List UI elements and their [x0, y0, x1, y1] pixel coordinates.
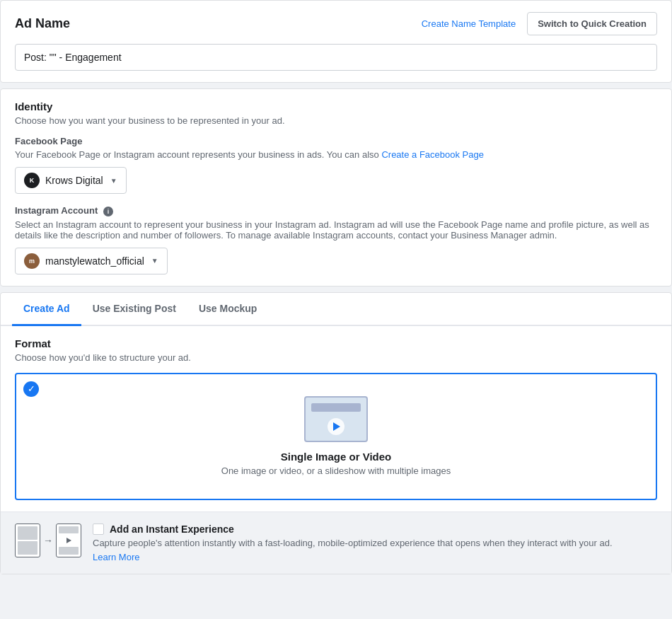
format-subtitle: Choose how you'd like to structure your … — [15, 352, 657, 363]
instagram-account-desc: Select an Instagram account to represent… — [15, 219, 657, 241]
tabs-header: Create Ad Use Existing Post Use Mockup — [1, 293, 671, 326]
chevron-down-icon-instagram: ▼ — [151, 257, 158, 265]
video-illustration — [304, 396, 368, 442]
mobile-play-icon — [66, 538, 71, 543]
instant-experience-header: Add an Instant Experience — [93, 523, 657, 535]
krows-digital-icon: K — [24, 173, 40, 188]
play-button-icon — [328, 418, 344, 435]
ad-name-title: Ad Name — [15, 16, 70, 31]
ad-name-actions: Create Name Template Switch to Quick Cre… — [422, 12, 657, 35]
play-triangle-icon — [333, 422, 340, 431]
single-image-or-video-option[interactable]: ✓ Single Image or Video One image or vid… — [15, 373, 657, 500]
tab-use-existing-post[interactable]: Use Existing Post — [81, 293, 187, 326]
format-title: Format — [15, 337, 657, 349]
video-frame-icon — [304, 396, 368, 442]
format-section: Format Choose how you'd like to structur… — [1, 326, 671, 511]
tab-create-ad[interactable]: Create Ad — [12, 293, 81, 326]
ad-name-section: Ad Name Create Name Template Switch to Q… — [0, 0, 672, 83]
mobile-frame2-icon — [56, 523, 81, 557]
instant-experience-title: Add an Instant Experience — [110, 523, 234, 535]
format-selected-check: ✓ — [23, 381, 39, 397]
instagram-account-selected: manstylewatch_official — [45, 255, 144, 267]
identity-subtitle: Choose how you want your business to be … — [15, 115, 657, 126]
learn-more-link[interactable]: Learn More — [93, 552, 139, 562]
facebook-page-label: Facebook Page — [15, 136, 657, 146]
instant-experience-content: Add an Instant Experience Capture people… — [93, 523, 657, 562]
instagram-account-icon: m — [24, 253, 40, 269]
create-name-template-link[interactable]: Create Name Template — [422, 18, 516, 29]
tab-use-mockup[interactable]: Use Mockup — [187, 293, 268, 326]
format-option-desc: One image or video, or a slideshow with … — [221, 465, 451, 476]
instagram-account-label: Instagram Account i — [15, 205, 657, 216]
arrow-right-icon: → — [43, 535, 53, 546]
instant-experience-desc: Capture people's attention instantly wit… — [93, 538, 657, 548]
instant-experience-illustration: → — [15, 523, 81, 557]
instagram-account-dropdown[interactable]: m manstylewatch_official ▼ — [15, 248, 168, 274]
facebook-page-selected: Krows Digital — [45, 175, 103, 186]
instant-experience-checkbox[interactable] — [93, 523, 104, 535]
ad-name-header: Ad Name Create Name Template Switch to Q… — [15, 12, 657, 35]
instant-experience-inner: → Add an Instant Experience Capture — [15, 523, 657, 562]
ad-name-input[interactable] — [15, 44, 657, 71]
mobile-frame-icon — [15, 523, 40, 557]
facebook-page-desc: Your Facebook Page or Instagram account … — [15, 149, 657, 160]
switch-to-quick-creation-button[interactable]: Switch to Quick Creation — [527, 12, 657, 35]
identity-title: Identity — [15, 100, 657, 112]
identity-section: Identity Choose how you want your busine… — [0, 88, 672, 287]
tabs-section: Create Ad Use Existing Post Use Mockup F… — [0, 292, 672, 574]
info-icon: i — [103, 207, 113, 216]
format-option-title: Single Image or Video — [281, 451, 391, 463]
chevron-down-icon: ▼ — [110, 177, 117, 185]
facebook-page-dropdown[interactable]: K Krows Digital ▼ — [15, 167, 127, 194]
create-facebook-page-link[interactable]: Create a Facebook Page — [381, 149, 484, 160]
instant-experience-section: → Add an Instant Experience Capture — [1, 511, 671, 574]
